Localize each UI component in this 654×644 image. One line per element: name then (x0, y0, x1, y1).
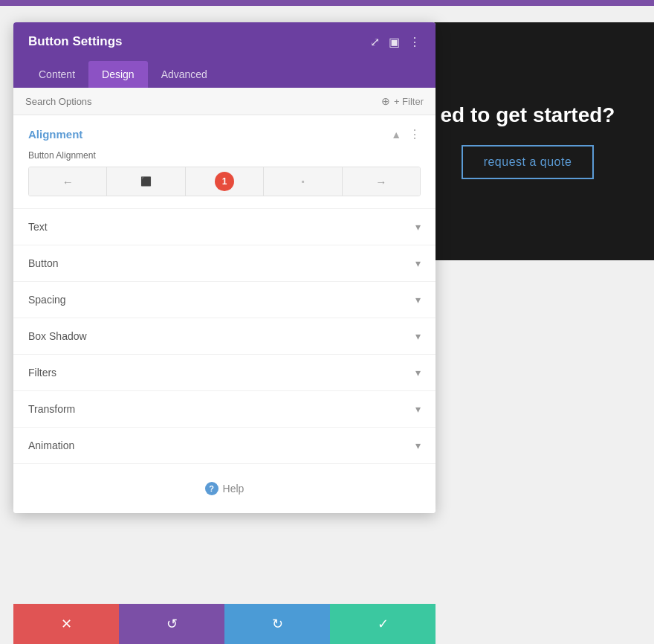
transform-section: Transform ▾ (13, 391, 436, 428)
box-shadow-section-header[interactable]: Box Shadow ▾ (13, 318, 436, 354)
alignment-section-title: Alignment (28, 128, 82, 141)
text-section: Text ▾ (13, 209, 436, 245)
action-bar: ✕ ↺ ↻ ✓ (13, 604, 436, 644)
filters-section: Filters ▾ (13, 355, 436, 391)
cancel-button[interactable]: ✕ (13, 604, 119, 644)
panel-header-icons: ⤢ ▣ ⋮ (370, 35, 421, 49)
more-options-icon[interactable]: ⋮ (409, 35, 421, 49)
transform-chevron-icon: ▾ (415, 403, 421, 415)
align-right-button[interactable]: → (343, 167, 420, 196)
button-alignment-label: Button Alignment (28, 150, 421, 161)
box-shadow-chevron-icon: ▾ (415, 330, 421, 342)
help-section: ? Help (13, 464, 436, 513)
box-shadow-section: Box Shadow ▾ (13, 318, 436, 355)
spacing-section-header[interactable]: Spacing ▾ (13, 282, 436, 318)
filters-chevron-icon: ▾ (415, 367, 421, 379)
text-chevron-icon: ▾ (415, 221, 421, 233)
alignment-section: Alignment ▲ ⋮ Button Alignment ← ⬛ (13, 115, 436, 209)
filter-label: + Filter (394, 96, 424, 107)
text-section-title: Text (28, 221, 48, 233)
align-left-icon: ← (62, 176, 74, 188)
alignment-header-right: ▲ ⋮ (391, 127, 421, 141)
filter-icon: ⊕ (381, 95, 390, 107)
bg-dark-section: ed to get started? request a quote (401, 22, 654, 260)
filters-section-title: Filters (28, 367, 56, 379)
text-section-header[interactable]: Text ▾ (13, 209, 436, 245)
tab-advanced[interactable]: Advanced (148, 61, 221, 88)
align-center-button[interactable]: 1 ⋮⋮ (186, 167, 264, 196)
alignment-button-group: ← ⬛ 1 ⋮⋮ ▪ → (28, 167, 421, 196)
spacing-chevron-icon: ▾ (415, 294, 421, 306)
button-chevron-icon: ▾ (415, 257, 421, 269)
box-shadow-section-title: Box Shadow (28, 330, 87, 342)
search-input[interactable] (25, 96, 381, 107)
spacing-section: Spacing ▾ (13, 282, 436, 318)
animation-section-title: Animation (28, 439, 74, 451)
align-center-right-button[interactable]: ▪ (264, 167, 342, 196)
button-section: Button ▾ (13, 245, 436, 282)
redo-button[interactable]: ↻ (224, 604, 330, 644)
help-label: Help (223, 483, 245, 495)
alignment-section-header: Alignment ▲ ⋮ (28, 127, 421, 141)
transform-section-header[interactable]: Transform ▾ (13, 391, 436, 427)
redo-icon: ↻ (272, 616, 283, 632)
alignment-collapse-icon[interactable]: ▲ (391, 129, 401, 141)
undo-icon: ↺ (166, 616, 178, 632)
tab-content[interactable]: Content (25, 61, 88, 88)
fullscreen-icon[interactable]: ⤢ (370, 35, 380, 49)
save-icon: ✓ (378, 616, 389, 632)
bg-heading: ed to get started? (426, 103, 630, 127)
undo-button[interactable]: ↺ (119, 604, 224, 644)
panel-body: Alignment ▲ ⋮ Button Alignment ← ⬛ (13, 115, 436, 513)
button-section-header[interactable]: Button ▾ (13, 245, 436, 281)
help-button[interactable]: ? Help (205, 482, 245, 495)
bg-request-quote-button[interactable]: request a quote (462, 145, 595, 179)
animation-chevron-icon: ▾ (415, 439, 421, 451)
animation-section: Animation ▾ (13, 428, 436, 464)
align-center-left-button[interactable]: ⬛ (107, 167, 185, 196)
alignment-menu-icon[interactable]: ⋮ (409, 127, 421, 141)
top-purple-bar (0, 0, 654, 6)
animation-section-header[interactable]: Animation ▾ (13, 428, 436, 463)
cancel-icon: ✕ (61, 616, 72, 632)
save-button[interactable]: ✓ (330, 604, 436, 644)
panel-title: Button Settings (28, 34, 123, 49)
tab-design[interactable]: Design (88, 61, 148, 88)
panel-header: Button Settings ⤢ ▣ ⋮ (13, 22, 436, 61)
align-left-button[interactable]: ← (29, 167, 107, 196)
filter-button[interactable]: ⊕ + Filter (381, 95, 424, 107)
search-bar: ⊕ + Filter (13, 88, 436, 115)
spacing-section-title: Spacing (28, 294, 66, 306)
panel-tabs: Content Design Advanced (13, 61, 436, 88)
filters-section-header[interactable]: Filters ▾ (13, 355, 436, 390)
button-settings-panel: Button Settings ⤢ ▣ ⋮ Content Design Adv… (13, 22, 436, 513)
align-right-icon: → (375, 176, 386, 188)
align-center-right-icon: ▪ (301, 176, 304, 187)
active-indicator: 1 (215, 172, 234, 191)
align-center-left-icon: ⬛ (140, 176, 152, 187)
help-icon: ? (205, 482, 218, 495)
button-section-title: Button (28, 257, 58, 269)
split-icon[interactable]: ▣ (389, 35, 400, 49)
transform-section-title: Transform (28, 403, 75, 415)
